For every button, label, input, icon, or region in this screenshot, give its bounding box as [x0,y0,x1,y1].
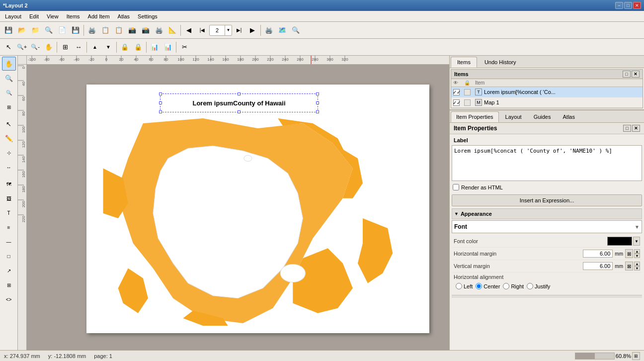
add-scale-left[interactable]: — [2,235,16,249]
h-margin-up[interactable]: ▲ [634,249,640,254]
first-page-button[interactable]: |◀ [196,24,209,37]
print-button[interactable]: 🖨️ [85,24,98,37]
tab-items[interactable]: Items [451,57,477,68]
h-margin-clear[interactable]: ⊠ [625,249,633,258]
page-input[interactable]: 2 [210,27,225,33]
save-as-button[interactable]: 📁 [29,24,42,37]
zoom-slider[interactable] [575,353,615,360]
add-legend-left[interactable]: ≡ [2,220,16,234]
zoom-out-left[interactable]: 🔍 [2,86,16,99]
lower-tool[interactable]: ▼ [102,41,115,54]
close-button[interactable]: ✕ [633,2,641,9]
group-tool[interactable]: 🔒 [118,41,131,54]
menu-atlas[interactable]: Atlas [114,12,134,20]
align-right-option[interactable]: Right [503,283,524,289]
zoom-in-left[interactable]: 🔍 [2,71,16,85]
last-page-button[interactable]: ▶| [233,24,245,37]
pan-tool[interactable]: ✋ [42,41,55,54]
add-table-left[interactable]: ⊞ [2,278,16,292]
add-label-left[interactable]: T [2,206,16,220]
resize-handle-tr[interactable] [316,92,319,95]
tab-layout[interactable]: Layout [500,111,527,122]
align-justify-option[interactable]: Justify [527,283,550,289]
add-html-left[interactable]: <> [2,292,16,306]
ungroup-tool[interactable]: 🔒 [132,41,145,54]
resize-handle-mr[interactable] [316,101,319,104]
print2-button[interactable]: 🖨️ [153,24,165,37]
align-center-option[interactable]: Center [476,283,500,289]
resize-handle-bl[interactable] [159,110,162,113]
props-close-btn[interactable]: ✕ [632,125,640,132]
font-color-swatch[interactable] [607,237,632,246]
menu-add-item[interactable]: Add Item [84,12,114,20]
map-label-item[interactable]: Lorem ipsumCounty of Hawaii [160,93,318,112]
tab-atlas[interactable]: Atlas [557,111,580,122]
save2-button[interactable]: 💾 [69,24,82,37]
align-center-radio[interactable] [476,283,482,289]
zoom-in-tool[interactable]: 🔍+ [15,41,28,54]
h-margin-down[interactable]: ▼ [634,254,640,258]
zoom-button[interactable]: 🔍 [289,24,302,37]
resize-handle-bc[interactable] [238,110,241,113]
atlas-button[interactable]: 🗺️ [276,24,289,37]
panel-float-btn1[interactable]: □ [623,71,631,78]
font-color-arrow[interactable]: ▼ [633,237,640,246]
v-margin-input[interactable]: 6.00 [583,262,613,270]
item-visible-0[interactable]: ✓ [453,89,460,95]
resize-handle-tl[interactable] [159,92,162,95]
page-combo-arrow[interactable]: ▼ [225,25,232,35]
print3-button[interactable]: 🖨️ [262,24,275,37]
align-left-option[interactable]: Left [456,283,473,289]
chart2-tool[interactable]: 📊 [161,41,174,54]
v-margin-down[interactable]: ▼ [634,266,640,271]
open-button[interactable]: 📂 [15,24,28,37]
panel-close-btn[interactable]: ✕ [632,71,640,78]
props-scrollbar[interactable] [452,295,642,298]
chart-tool[interactable]: 📊 [148,41,161,54]
fit-view-left[interactable]: ⊞ [2,100,16,114]
menu-layout[interactable]: Layout [1,12,25,20]
next-page-button[interactable]: ▶ [246,24,259,37]
edit-nodes-left[interactable]: ✏️ [2,131,16,145]
search-button[interactable]: 🔍 [42,24,55,37]
menu-view[interactable]: View [43,12,63,20]
resize-handle-ml[interactable] [159,101,162,104]
item-visible-1[interactable]: ✓ [453,99,460,106]
h-margin-input[interactable]: 6.00 [583,250,613,258]
add-arrow-left[interactable]: ↗ [2,264,16,277]
insert-expression-button[interactable]: Insert an Expression... [452,194,642,206]
export-pdf-button[interactable]: 📋 [99,24,112,37]
add-shape-left[interactable]: □ [2,249,16,263]
select-tool[interactable]: ↖ [2,41,15,54]
align-left-radio[interactable] [456,283,462,289]
add-map-left[interactable]: 🗺 [2,177,16,191]
item-lock-0[interactable] [464,89,471,95]
items-row-1[interactable]: ✓ M Map 1 [451,97,643,108]
export-img-button[interactable]: 📋 [112,24,125,37]
maximize-button[interactable]: □ [624,2,632,9]
v-margin-up[interactable]: ▲ [634,262,640,266]
export2-button[interactable]: 📸 [139,24,152,37]
pan-tool-left[interactable]: ✋ [2,57,16,71]
resize-handle-tc[interactable] [238,92,241,95]
prev-page-button[interactable]: ◀ [182,24,195,37]
save-button[interactable]: 💾 [2,24,15,37]
add-image-left[interactable]: 🖼 [2,191,16,205]
tab-guides[interactable]: Guides [528,111,557,122]
zoom-fit-button[interactable]: ⊞ [632,352,640,360]
resize-handle-br[interactable] [316,110,319,113]
v-margin-clear[interactable]: ⊠ [625,262,633,271]
move-item-left[interactable]: ⊹ [2,146,16,160]
minimize-button[interactable]: − [615,2,623,9]
select-left[interactable]: ↖ [2,117,16,131]
render-html-checkbox[interactable] [453,184,459,190]
props-float-btn1[interactable]: □ [623,125,631,132]
select-all-tool[interactable]: ⊞ [59,41,72,54]
label-textarea[interactable]: Lorem ipsum[%concat ( 'County of', 'NAME… [452,145,642,181]
appearance-section[interactable]: ▼ Appearance [452,208,642,219]
settings-button[interactable]: 📐 [166,24,179,37]
item-lock-1[interactable] [464,99,471,106]
page-combo[interactable]: 2 ▼ [209,25,232,36]
font-row[interactable]: Font ▼ [452,220,642,233]
export-svg-button[interactable]: 📸 [126,24,139,37]
